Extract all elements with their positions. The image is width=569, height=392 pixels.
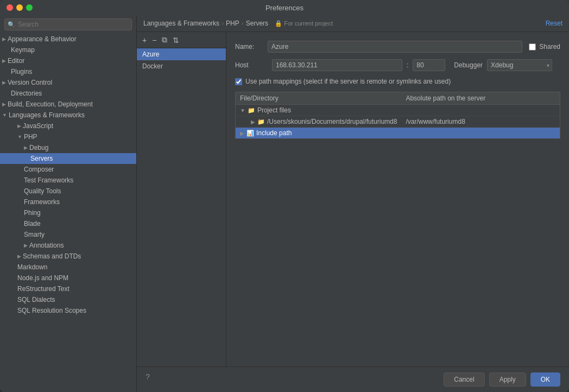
shared-wrap: Shared	[529, 43, 560, 50]
cancel-button[interactable]: Cancel	[444, 372, 484, 387]
sidebar-item-frameworks[interactable]: Frameworks	[0, 197, 136, 207]
folder-icon: 📁	[248, 107, 255, 114]
mappings-section: File/Directory Absolute path on the serv…	[235, 92, 560, 139]
drupal-path-cell: ▶ 📁 /Users/skounis/Documents/drupal/futu…	[236, 116, 402, 128]
sidebar-item-quality-tools[interactable]: Quality Tools	[0, 186, 136, 197]
collapse-icon: ▼	[240, 108, 245, 113]
sidebar-item-composer[interactable]: Composer	[0, 164, 136, 175]
col-header-abs: Absolute path on the server	[401, 92, 560, 105]
chevron-right-icon: ▶	[2, 36, 6, 42]
preferences-window: Preferences 🔍 ▶ Appearance & Behavior Ke…	[0, 0, 569, 392]
add-server-button[interactable]: +	[140, 35, 149, 46]
sidebar-item-keymap[interactable]: Keymap	[0, 45, 136, 55]
include-path-abs-cell	[401, 128, 560, 139]
path-mappings-row: Use path mappings (select if the server …	[235, 78, 560, 85]
mappings-table: File/Directory Absolute path on the serv…	[235, 92, 560, 139]
drupal-abs-path-cell: /var/www/futuriumd8	[401, 116, 560, 128]
server-panel: + − ⧉ ⇅ Azure Docker	[137, 32, 569, 366]
sidebar-item-smarty[interactable]: Smarty	[0, 229, 136, 240]
breadcrumb-servers: Servers	[246, 20, 268, 27]
sidebar: 🔍 ▶ Appearance & Behavior Keymap ▶ Edito…	[0, 15, 137, 392]
ok-button[interactable]: OK	[530, 372, 560, 387]
search-wrap: 🔍	[4, 18, 132, 30]
path-mappings-checkbox[interactable]	[235, 78, 242, 85]
server-list-area: + − ⧉ ⇅ Azure Docker	[137, 32, 226, 366]
server-toolbar: + − ⧉ ⇅	[137, 32, 226, 48]
include-path-cell: ▶ 📊 Include path	[236, 128, 402, 139]
project-files-cell: ▼ 📁 Project files	[236, 105, 402, 116]
sidebar-item-debug[interactable]: ▶ Debug	[0, 142, 136, 153]
sidebar-item-javascript[interactable]: ▶ JavaScript	[0, 121, 136, 131]
maximize-button[interactable]	[26, 4, 33, 11]
sidebar-item-nodejs-npm[interactable]: Node.js and NPM	[0, 273, 136, 283]
server-list: Azure Docker	[137, 48, 226, 366]
debugger-select[interactable]: Xdebug Zend Debugger	[487, 59, 552, 71]
sidebar-tree: ▶ Appearance & Behavior Keymap ▶ Editor …	[0, 34, 136, 392]
sidebar-item-php[interactable]: ▼ PHP	[0, 131, 136, 142]
reset-button[interactable]: Reset	[546, 20, 562, 27]
help-icon[interactable]: ?	[146, 372, 150, 387]
sidebar-item-sql-resolution-scopes[interactable]: SQL Resolution Scopes	[0, 305, 136, 316]
breadcrumb-sep-2: ›	[242, 20, 244, 27]
sidebar-item-markdown[interactable]: Markdown	[0, 262, 136, 273]
table-row[interactable]: ▶ 📊 Include path	[236, 128, 560, 139]
search-box: 🔍	[0, 15, 136, 34]
chevron-right-icon: ▶	[24, 243, 28, 248]
apply-button[interactable]: Apply	[489, 372, 526, 387]
name-label: Name:	[235, 43, 268, 50]
sidebar-item-sql-dialects[interactable]: SQL Dialects	[0, 294, 136, 305]
host-input[interactable]	[272, 59, 402, 71]
sidebar-item-plugins[interactable]: Plugins	[0, 66, 136, 77]
sidebar-item-restructured-text[interactable]: ReStructured Text	[0, 283, 136, 294]
project-info: 🔒 For current project	[275, 20, 333, 27]
table-row[interactable]: ▼ 📁 Project files	[236, 105, 560, 116]
host-label: Host	[235, 61, 268, 69]
bottom-bar: ? Cancel Apply OK	[137, 366, 569, 392]
sidebar-item-appearance[interactable]: ▶ Appearance & Behavior	[0, 34, 136, 45]
server-detail: Name: Shared Host : Debugger	[226, 32, 569, 366]
host-port-row: Host : Debugger Xdebug Zend Debugger ▾	[235, 59, 560, 71]
copy-server-button[interactable]: ⧉	[160, 34, 169, 46]
server-item-docker[interactable]: Docker	[137, 60, 226, 72]
sidebar-item-editor[interactable]: ▶ Editor	[0, 55, 136, 66]
sidebar-item-blade[interactable]: Blade	[0, 218, 136, 229]
folder-icon: 📁	[257, 118, 265, 125]
name-row: Name: Shared	[235, 41, 560, 53]
server-item-azure[interactable]: Azure	[137, 48, 226, 60]
remove-server-button[interactable]: −	[150, 35, 159, 46]
table-header-row: File/Directory Absolute path on the serv…	[236, 92, 560, 105]
chevron-right-icon: ▶	[17, 123, 21, 129]
table-row[interactable]: ▶ 📁 /Users/skounis/Documents/drupal/futu…	[236, 116, 560, 128]
name-input[interactable]	[268, 41, 522, 53]
debugger-select-wrap: Xdebug Zend Debugger ▾	[487, 59, 552, 71]
chevron-right-icon: ▶	[2, 102, 6, 107]
port-input[interactable]	[413, 59, 445, 71]
expand-icon: ▶	[240, 130, 244, 136]
sidebar-item-directories[interactable]: Directories	[0, 88, 136, 99]
main-content: 🔍 ▶ Appearance & Behavior Keymap ▶ Edito…	[0, 15, 569, 392]
shared-checkbox[interactable]	[529, 43, 536, 50]
titlebar: Preferences	[0, 0, 569, 15]
sidebar-item-schemas-dtds[interactable]: ▶ Schemas and DTDs	[0, 251, 136, 262]
chevron-right-icon: ▶	[24, 145, 28, 150]
debugger-label: Debugger	[454, 61, 483, 69]
sidebar-item-languages-frameworks[interactable]: ▼ Languages & Frameworks	[0, 110, 136, 121]
sidebar-item-version-control[interactable]: ▶ Version Control	[0, 77, 136, 88]
include-path-icon: 📊	[246, 130, 254, 137]
sidebar-item-servers[interactable]: Servers	[0, 153, 136, 164]
move-server-button[interactable]: ⇅	[170, 35, 181, 46]
chevron-right-icon: ▶	[2, 80, 6, 85]
search-icon: 🔍	[8, 21, 15, 28]
sidebar-item-build-execution[interactable]: ▶ Build, Execution, Deployment	[0, 99, 136, 110]
search-input[interactable]	[4, 18, 132, 30]
breadcrumb-sep-1: ›	[222, 20, 224, 27]
minimize-button[interactable]	[16, 4, 23, 11]
expand-icon: ▶	[251, 119, 255, 125]
path-mappings-label: Use path mappings (select if the server …	[245, 78, 451, 85]
sidebar-item-annotations[interactable]: ▶ Annotations	[0, 240, 136, 251]
right-panel: Languages & Frameworks › PHP › Servers 🔒…	[137, 15, 569, 392]
close-button[interactable]	[7, 4, 13, 11]
chevron-right-icon: ▶	[17, 254, 21, 259]
sidebar-item-phing[interactable]: Phing	[0, 207, 136, 218]
sidebar-item-test-frameworks[interactable]: Test Frameworks	[0, 175, 136, 186]
